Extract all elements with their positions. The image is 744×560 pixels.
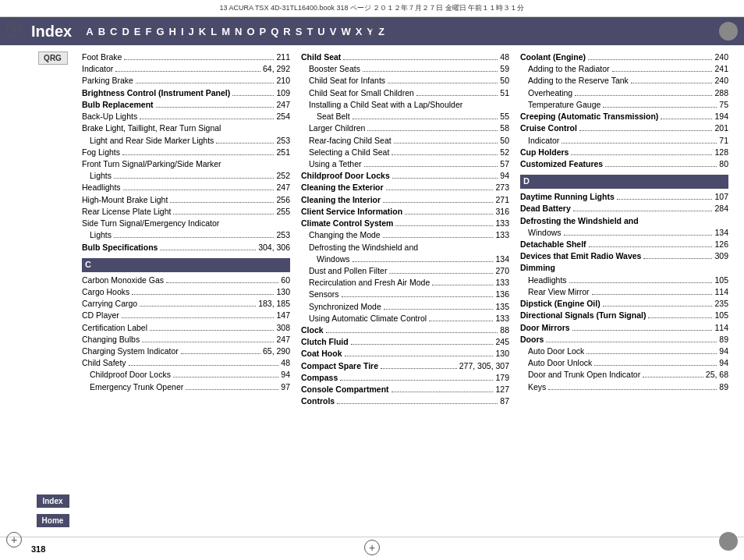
entry-page: 136 [495,289,509,300]
list-item: Back-Up Lights254 [82,111,290,122]
alpha-b[interactable]: B [98,26,105,37]
entry-text: Child Seat for Small Children [309,87,414,99]
entry-dots [594,365,717,366]
entry-page: 89 [719,334,728,346]
entry-text: Directional Signals (Turn Signal) [520,310,646,321]
list-item: Cleaning the Exterior273 [301,182,509,193]
entry-dots [564,235,713,236]
entry-dots [160,250,256,250]
entry-page: 57 [500,158,509,170]
entry-page: 89 [719,381,728,393]
alpha-v[interactable]: V [330,26,337,37]
circle-br [719,532,738,551]
list-item: Dipstick (Engine Oil)235 [520,298,728,310]
entry-dots [572,330,713,331]
entry-text: Clutch Fluid [301,336,349,348]
entry-text: Charging System Indicator [82,346,179,357]
alpha-c[interactable]: C [110,26,117,37]
list-item: Daytime Running Lights107 [520,191,728,203]
entry-page: 251 [276,147,290,158]
entry-dots [166,282,278,283]
entry-page: 135 [495,301,509,313]
entry-dots [392,178,498,179]
alpha-d[interactable]: D [122,26,129,37]
entry-page: 308 [276,322,290,334]
alpha-m[interactable]: M [221,26,230,37]
entry-page: 247 [276,99,290,111]
entry-dots [122,154,274,155]
list-item: Parking Brake210 [82,75,290,87]
alpha-s[interactable]: S [296,26,303,37]
entry-dots [432,285,493,285]
entry-dots [631,83,713,83]
alpha-k[interactable]: K [199,26,206,37]
entry-page: 48 [500,51,509,63]
list-item: Rear View Mirror114 [520,286,728,298]
list-item: Temperature Gauge75 [520,99,728,111]
entry-dots [129,365,279,366]
entry-text: Carbon Monoxide Gas [82,275,164,286]
alpha-l[interactable]: L [211,26,217,37]
entry-text: Rear License Plate Light [82,206,171,218]
entry-dots [114,237,274,238]
list-item: Certification Label308 [82,322,290,334]
section-header: C [82,258,290,272]
alpha-q[interactable]: Q [271,26,278,37]
entry-text: Selecting a Child Seat [309,147,389,158]
alpha-n[interactable]: N [235,26,242,37]
home-badge[interactable]: Home [37,514,69,527]
entry-text: Recirculation and Fresh Air Mode [309,277,430,289]
qrg-badge[interactable]: QRG [38,51,68,65]
entry-text: Child Seat for Infants [309,75,385,87]
alpha-f[interactable]: F [145,26,151,37]
list-item: Cargo Hooks130 [82,286,290,298]
list-item: Front Turn Signal/Parking/Side Marker [82,158,290,170]
entry-dots [181,353,260,354]
entry-page: 64, 292 [263,63,290,75]
alpha-w[interactable]: W [341,26,350,37]
entry-page: 134 [495,253,509,265]
alpha-a[interactable]: A [86,26,93,37]
alpha-o[interactable]: O [246,26,254,37]
alpha-e[interactable]: E [134,26,141,37]
entry-dots [150,330,274,331]
entry-dots [588,59,712,60]
alpha-x[interactable]: X [356,26,363,37]
list-item: Side Turn Signal/Emergency Indicator [82,218,290,229]
entry-text: Certification Label [82,322,147,334]
alpha-g[interactable]: G [156,26,164,37]
entry-text: Windows [317,253,350,265]
entry-text: Indicator [528,135,559,147]
alpha-i[interactable]: I [181,26,184,37]
entry-page: 240 [714,51,728,63]
entry-dots [140,119,274,119]
entry-dots [132,294,274,295]
entry-dots [353,119,498,119]
list-item: Clock88 [301,324,509,336]
entry-dots [383,237,494,238]
alpha-t[interactable]: T [306,26,313,37]
entry-text: Back-Up Lights [82,111,137,122]
entry-page: 107 [714,191,728,203]
entry-text: Rear View Mirror [528,286,590,298]
list-item: Synchronized Mode135 [301,301,509,313]
entry-page: 309 [714,250,728,262]
entry-text: Coat Hook [301,348,342,360]
alpha-j[interactable]: J [189,26,194,37]
alpha-p[interactable]: P [260,26,267,37]
alpha-r[interactable]: R [283,26,290,37]
list-item: Child Seat for Infants50 [301,75,509,87]
entry-page: 304, 306 [258,242,290,253]
entry-text: Coolant (Engine) [520,51,586,63]
index-badge[interactable]: Index [37,494,69,508]
entry-text: Brake Light, Taillight, Rear Turn Signal [82,122,221,134]
alpha-u[interactable]: U [317,26,324,37]
entry-dots [186,389,278,390]
entry-page: 211 [276,51,290,63]
list-item: Defrosting the Windshield and [301,242,509,253]
entry-text: Cleaning the Interior [301,194,381,206]
entry-text: Parking Brake [82,75,133,87]
entry-page: 235 [714,298,728,310]
entry-text: Childproof Door Locks [301,170,390,182]
alpha-h[interactable]: H [169,26,176,37]
